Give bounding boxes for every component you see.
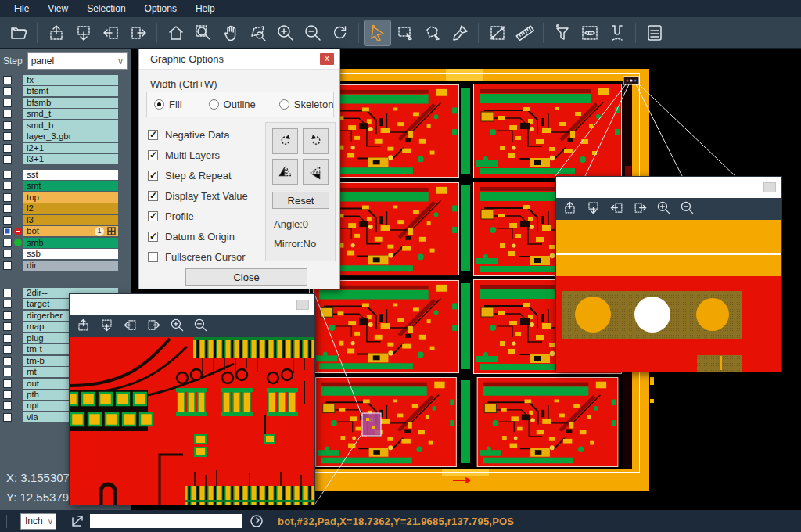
menu-options[interactable]: Options [137,2,185,16]
layer-visibility-checkbox[interactable] [3,182,12,190]
magnifier-2-title-bar[interactable] [556,177,781,198]
unit-select[interactable]: Inch ∨ [20,513,56,530]
checkbox-display-text-value[interactable]: Display Text Value [148,185,248,206]
layer-row-smd_t[interactable]: smd_t [0,109,131,119]
radio-fill[interactable]: Fill [154,99,182,110]
layer-row-ssb[interactable]: ssb [0,249,131,259]
magnifier-window-1[interactable] [69,293,315,505]
checkbox-negative-data[interactable]: Negative Data [148,124,248,145]
layer-visibility-checkbox[interactable] [3,239,12,247]
layer-name[interactable]: smd_b [23,120,118,131]
layer-name[interactable]: bfsmb [23,98,118,108]
layer-row-l2+1[interactable]: l2+1 [0,143,131,153]
radio-circle-icon[interactable] [154,99,164,110]
menu-selection[interactable]: Selection [79,2,133,16]
layer-visibility-checkbox[interactable] [3,110,12,118]
layer-name[interactable]: smd_t [23,109,118,119]
rectangle-select-tool[interactable] [392,20,418,45]
layer-row-l3[interactable]: l3 [0,215,131,225]
move-right-tool[interactable] [146,318,161,336]
move-down-tool[interactable] [70,20,96,45]
layer-row-bfsmt[interactable]: bfsmt [0,86,131,96]
layer-visibility-checkbox[interactable] [3,289,12,297]
corner-measure-icon[interactable] [70,513,85,529]
layer-visibility-checkbox[interactable] [3,132,12,141]
layer-name[interactable]: l3 [23,215,118,225]
layer-visibility-checkbox[interactable] [3,144,12,153]
checkbox-profile[interactable]: Profile [148,206,248,226]
refresh-icon[interactable] [249,513,264,529]
checkbox-icon[interactable] [148,211,158,221]
zoom-in-tool[interactable] [656,200,671,218]
zoom-out-tool[interactable] [300,20,325,45]
layer-row-bot[interactable]: bot1 [0,226,131,236]
layer-list-tool[interactable] [641,20,667,45]
layer-row-smd_b[interactable]: smd_b [0,120,131,131]
layer-visibility-checkbox[interactable] [3,155,12,164]
layer-visibility-checkbox[interactable] [3,99,12,107]
close-button[interactable]: Close [185,268,307,286]
zoom-window-tool[interactable] [190,20,216,45]
layer-visibility-checkbox[interactable] [3,227,12,235]
layer-row-top[interactable]: top [0,192,131,203]
move-up-tool[interactable] [43,20,69,45]
close-icon[interactable]: x [320,53,334,65]
zoom-out-tool[interactable] [680,200,695,218]
open-file-tool[interactable] [5,20,31,45]
zoom-out-tool[interactable] [193,318,208,336]
view-eye-tool[interactable] [577,20,602,45]
move-up-tool[interactable] [562,200,577,218]
layer-name[interactable]: l2 [23,203,118,214]
ruler-tool[interactable] [512,20,537,45]
layer-name[interactable]: layer_3.gbr [23,131,118,142]
checkbox-icon[interactable] [148,150,158,160]
move-right-tool[interactable] [125,20,151,45]
layer-name[interactable]: smb [23,238,118,248]
layer-name[interactable]: fx [23,75,118,85]
grid-icon[interactable] [107,227,116,235]
layer-row-smb[interactable]: smb [0,238,131,248]
step-select[interactable]: panel ∨ [27,52,128,70]
checkbox-icon[interactable] [148,191,158,201]
layer-visibility-checkbox[interactable] [3,76,12,84]
layer-visibility-checkbox[interactable] [3,345,12,354]
menu-file[interactable]: File [6,2,37,16]
checkbox-multi-layers[interactable]: Multi Layers [148,145,248,165]
move-left-tool[interactable] [98,20,124,45]
layer-row-bfsmb[interactable]: bfsmb [0,98,131,108]
layer-visibility-checkbox[interactable] [3,204,12,213]
checkbox-icon[interactable] [148,232,158,242]
layer-visibility-checkbox[interactable] [3,413,12,422]
select-cursor-tool[interactable] [365,20,390,45]
layer-row-l3+1[interactable]: l3+1 [0,154,131,164]
layer-name[interactable]: sst [23,170,118,180]
dialog-title-bar[interactable]: Graphic Options x [139,49,339,70]
layer-visibility-checkbox[interactable] [3,334,12,343]
layer-visibility-checkbox[interactable] [3,216,12,225]
home-view-tool[interactable] [163,20,189,45]
layer-visibility-checkbox[interactable] [3,368,12,376]
window-menu-button[interactable] [763,182,776,192]
layer-row-fx[interactable]: fx [0,75,131,85]
radio-skeleton[interactable]: Skeleton [279,99,334,110]
radio-outline[interactable]: Outline [209,99,256,110]
layer-row-l2[interactable]: l2 [0,203,131,214]
measure-line-tool[interactable] [484,20,510,45]
layer-name[interactable]: dir [23,261,118,271]
move-left-tool[interactable] [123,318,138,336]
window-menu-button[interactable] [296,300,309,310]
layer-name[interactable]: bfsmt [23,86,118,96]
layer-visibility-checkbox[interactable] [3,171,12,179]
flip-vertical-button[interactable] [303,159,329,185]
magnifier-window-2[interactable] [555,176,782,372]
layer-row-smt[interactable]: smt [0,181,131,191]
checkbox-step-repeat[interactable]: Step & Repeat [148,165,248,185]
layer-row-sst[interactable]: sst [0,170,131,180]
layer-visibility-checkbox[interactable] [3,300,12,308]
radio-circle-icon[interactable] [279,99,289,110]
layer-visibility-checkbox[interactable] [3,311,12,320]
layer-visibility-checkbox[interactable] [3,193,12,202]
rotate-cw-button[interactable] [272,128,298,154]
layer-name[interactable]: l2+1 [23,143,118,153]
layer-visibility-checkbox[interactable] [3,250,12,258]
